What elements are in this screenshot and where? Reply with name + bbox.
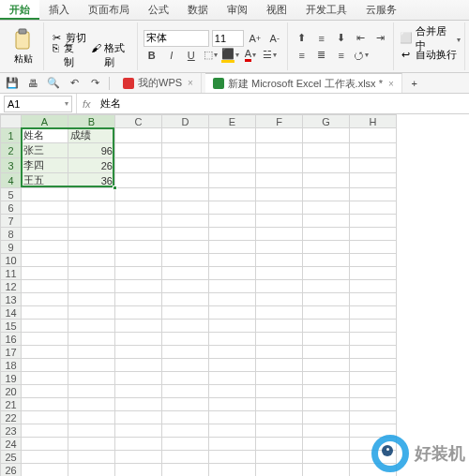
cell[interactable] bbox=[115, 464, 162, 477]
indent-dec-button[interactable]: ⇤ bbox=[353, 30, 370, 47]
cell[interactable] bbox=[22, 280, 68, 293]
cell[interactable]: 李四 bbox=[22, 158, 68, 173]
copy-button[interactable]: ⎘复制 bbox=[50, 41, 83, 69]
cell[interactable] bbox=[209, 451, 256, 464]
cell[interactable] bbox=[303, 333, 350, 346]
row-header[interactable]: 2 bbox=[1, 143, 22, 158]
cell[interactable] bbox=[162, 158, 209, 173]
cell[interactable] bbox=[68, 306, 115, 320]
paste-button[interactable]: 粘贴 bbox=[8, 28, 39, 66]
cell[interactable] bbox=[256, 451, 303, 464]
cell[interactable] bbox=[256, 438, 303, 451]
row-header[interactable]: 21 bbox=[1, 398, 22, 411]
cell[interactable] bbox=[115, 385, 162, 398]
cell[interactable] bbox=[115, 173, 162, 188]
row-header[interactable]: 12 bbox=[1, 280, 22, 293]
cell[interactable] bbox=[303, 215, 350, 228]
cell[interactable] bbox=[68, 215, 115, 228]
cell[interactable] bbox=[162, 188, 209, 201]
cell[interactable] bbox=[68, 359, 115, 372]
cell[interactable] bbox=[22, 385, 68, 398]
cell[interactable] bbox=[22, 254, 68, 267]
cell[interactable] bbox=[209, 424, 256, 438]
cell[interactable] bbox=[256, 411, 303, 424]
cell[interactable] bbox=[68, 241, 115, 254]
fx-label[interactable]: fx bbox=[76, 94, 97, 113]
cell[interactable]: 张三 bbox=[22, 143, 68, 158]
cell[interactable] bbox=[162, 346, 209, 359]
cell[interactable] bbox=[68, 320, 115, 333]
cell[interactable] bbox=[350, 306, 397, 320]
row-header[interactable]: 19 bbox=[1, 372, 22, 385]
cell[interactable] bbox=[162, 306, 209, 320]
cell[interactable] bbox=[162, 267, 209, 280]
cell[interactable] bbox=[115, 201, 162, 215]
tab-dev[interactable]: 开发工具 bbox=[296, 0, 356, 20]
cell[interactable] bbox=[22, 451, 68, 464]
select-all-corner[interactable] bbox=[1, 115, 22, 128]
cell[interactable] bbox=[350, 346, 397, 359]
col-header[interactable]: F bbox=[256, 115, 303, 128]
cell[interactable] bbox=[22, 359, 68, 372]
tab-data[interactable]: 数据 bbox=[178, 0, 218, 20]
cell[interactable] bbox=[350, 201, 397, 215]
align-right-button[interactable]: ≡ bbox=[333, 47, 350, 64]
row-header[interactable]: 15 bbox=[1, 320, 22, 333]
cell[interactable] bbox=[22, 293, 68, 306]
cell[interactable] bbox=[68, 201, 115, 215]
close-icon[interactable]: × bbox=[188, 78, 193, 88]
underline-button[interactable]: U bbox=[183, 47, 200, 64]
row-header[interactable]: 16 bbox=[1, 333, 22, 346]
cell[interactable] bbox=[115, 372, 162, 385]
row-header[interactable]: 10 bbox=[1, 254, 22, 267]
font-color-button[interactable]: A bbox=[242, 47, 259, 64]
row-header[interactable]: 26 bbox=[1, 464, 22, 477]
row-header[interactable]: 17 bbox=[1, 346, 22, 359]
cell[interactable] bbox=[162, 228, 209, 241]
cell[interactable] bbox=[303, 320, 350, 333]
cell[interactable] bbox=[115, 228, 162, 241]
cell[interactable] bbox=[115, 306, 162, 320]
cell[interactable] bbox=[303, 228, 350, 241]
cell[interactable] bbox=[115, 411, 162, 424]
cell[interactable] bbox=[303, 346, 350, 359]
spreadsheet-grid[interactable]: ABCDEFGH1姓名成绩2张三963李四264王五36567891011121… bbox=[0, 114, 397, 476]
cell[interactable] bbox=[209, 280, 256, 293]
tab-view[interactable]: 视图 bbox=[257, 0, 296, 20]
fill-color-button[interactable]: ⬛ bbox=[222, 47, 239, 64]
cell[interactable] bbox=[350, 385, 397, 398]
cell[interactable] bbox=[68, 346, 115, 359]
align-bottom-button[interactable]: ⬇ bbox=[333, 30, 350, 47]
col-header[interactable]: G bbox=[303, 115, 350, 128]
cell[interactable] bbox=[68, 267, 115, 280]
cell[interactable] bbox=[303, 241, 350, 254]
cell[interactable] bbox=[115, 424, 162, 438]
italic-button[interactable]: I bbox=[163, 47, 180, 64]
cell[interactable] bbox=[209, 333, 256, 346]
cell[interactable] bbox=[115, 451, 162, 464]
format-painter-button[interactable]: 🖌格式刷 bbox=[90, 41, 133, 69]
cell[interactable] bbox=[303, 385, 350, 398]
cell[interactable] bbox=[209, 143, 256, 158]
cell[interactable] bbox=[350, 333, 397, 346]
cell[interactable] bbox=[256, 201, 303, 215]
cell[interactable] bbox=[209, 306, 256, 320]
row-header[interactable]: 5 bbox=[1, 188, 22, 201]
cell[interactable] bbox=[68, 464, 115, 477]
cell[interactable] bbox=[303, 464, 350, 477]
name-box[interactable]: A1▾ bbox=[4, 96, 72, 112]
qat-print-button[interactable]: 🖶 bbox=[24, 75, 41, 92]
cell[interactable] bbox=[115, 241, 162, 254]
cell[interactable] bbox=[303, 306, 350, 320]
save-button[interactable]: 💾 bbox=[4, 75, 21, 92]
cell[interactable] bbox=[209, 267, 256, 280]
cell[interactable] bbox=[303, 280, 350, 293]
cell[interactable] bbox=[68, 438, 115, 451]
cell[interactable] bbox=[256, 346, 303, 359]
cell[interactable] bbox=[303, 143, 350, 158]
cell[interactable] bbox=[115, 333, 162, 346]
cell[interactable] bbox=[303, 411, 350, 424]
cell[interactable] bbox=[115, 188, 162, 201]
cell[interactable] bbox=[350, 411, 397, 424]
cell[interactable] bbox=[68, 280, 115, 293]
